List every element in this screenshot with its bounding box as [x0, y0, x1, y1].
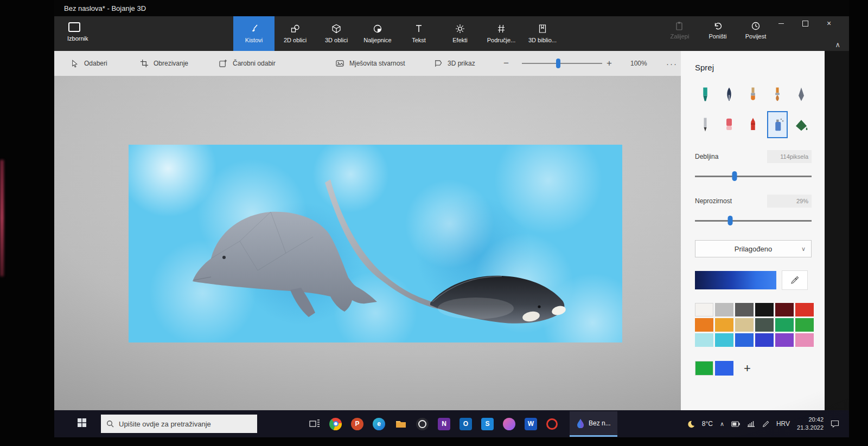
color-swatch[interactable] — [715, 303, 733, 316]
zoom-in-button[interactable]: + — [607, 51, 612, 76]
color-swatch[interactable] — [715, 333, 733, 347]
color-swatch[interactable] — [735, 303, 754, 316]
color-swatch[interactable] — [755, 303, 774, 316]
input-language[interactable]: HRV — [776, 420, 790, 428]
mixed-reality-label: Mješovita stvarnost — [349, 60, 405, 67]
notification-center-icon[interactable] — [831, 420, 839, 428]
battery-icon[interactable] — [731, 421, 740, 427]
paste-icon — [675, 21, 685, 31]
thickness-slider-track[interactable] — [695, 176, 812, 177]
color-swatch[interactable] — [795, 333, 814, 347]
opacity-value-field[interactable]: 29% — [767, 195, 812, 208]
onenote-icon[interactable]: N — [438, 418, 450, 430]
thickness-value-field[interactable]: 114piksela — [767, 150, 812, 163]
tab-3d-oblici[interactable]: 3D oblici — [316, 16, 357, 51]
weather-temp[interactable]: 8°C — [702, 420, 713, 428]
powerpoint-icon[interactable]: P — [351, 418, 363, 430]
thickness-slider-thumb[interactable] — [732, 171, 737, 181]
tray-expand-chevron[interactable]: ∧ — [720, 421, 724, 428]
undo-button[interactable]: Poništi — [699, 21, 737, 40]
color-swatch[interactable] — [795, 303, 814, 316]
color-swatch[interactable] — [775, 318, 794, 332]
3d-view-tool[interactable]: 3D prikaz — [434, 51, 475, 76]
tab-tekst[interactable]: Tekst — [398, 16, 439, 51]
eyedropper-button[interactable] — [782, 270, 808, 290]
pen-icon[interactable] — [762, 421, 769, 428]
minimize-button[interactable] — [773, 17, 789, 29]
media-player-icon[interactable] — [416, 418, 429, 430]
color-gradient-bar[interactable] — [695, 271, 776, 289]
brush-marker[interactable] — [695, 81, 716, 108]
ribbon-collapse-button[interactable]: ∧ — [835, 41, 840, 49]
mixed-reality-tool[interactable]: Mješovita stvarnost — [335, 51, 405, 76]
custom-color-swatch[interactable] — [695, 361, 713, 376]
color-swatch[interactable] — [755, 318, 774, 332]
opacity-slider-thumb[interactable] — [727, 216, 732, 225]
color-swatch[interactable] — [755, 333, 774, 347]
task-view-button[interactable] — [309, 419, 320, 428]
skype-icon[interactable]: S — [481, 418, 494, 430]
color-swatch[interactable] — [775, 333, 794, 347]
crop-label: Obrezivanje — [154, 60, 188, 67]
color-swatch[interactable] — [695, 318, 713, 332]
tab-kistovi[interactable]: Kistovi — [233, 16, 275, 51]
start-button[interactable] — [77, 418, 87, 430]
more-options-button[interactable]: ··· — [666, 51, 678, 76]
canvas-artwork[interactable] — [129, 145, 622, 342]
brush-pencil[interactable] — [695, 111, 716, 138]
tab-naljepnice[interactable]: Naljepnice — [357, 16, 398, 51]
brush-fill-bucket[interactable] — [791, 111, 812, 138]
maximize-button[interactable] — [797, 17, 813, 29]
maximize-icon — [802, 21, 808, 27]
sticker-icon — [373, 24, 382, 34]
history-button[interactable]: Povijest — [737, 21, 775, 40]
magic-select-tool[interactable]: Čarobni odabir — [219, 51, 276, 76]
zoom-percent-field[interactable]: 100% — [630, 51, 647, 76]
opacity-slider[interactable] — [695, 215, 812, 226]
network-icon[interactable] — [747, 421, 755, 427]
pixel-pen-icon — [793, 86, 809, 102]
brush-pixel-pen[interactable] — [791, 81, 812, 108]
opacity-slider-track[interactable] — [695, 220, 812, 222]
brush-watercolor[interactable] — [767, 81, 788, 108]
close-button[interactable]: × — [821, 17, 837, 29]
tab-2d-oblici[interactable]: 2D oblici — [275, 16, 316, 51]
thickness-slider[interactable] — [695, 171, 812, 182]
taskbar-search-input[interactable]: Upišite ovdje za pretraživanje — [101, 415, 257, 433]
zoom-out-button[interactable]: − — [503, 51, 509, 76]
color-swatch[interactable] — [735, 333, 754, 347]
outlook-icon[interactable]: O — [459, 418, 472, 430]
select-tool[interactable]: Odaberi — [71, 51, 107, 76]
color-swatch[interactable] — [795, 318, 814, 332]
opera-icon[interactable] — [546, 418, 558, 430]
color-swatch[interactable] — [775, 303, 794, 316]
zoom-slider[interactable] — [522, 63, 602, 64]
color-swatch[interactable] — [735, 318, 754, 332]
custom-color-swatch[interactable] — [715, 361, 733, 376]
brush-oil[interactable] — [743, 81, 763, 108]
color-swatch[interactable] — [695, 333, 713, 347]
tab-podrucje[interactable]: Područje... — [481, 16, 522, 51]
word-icon[interactable]: W — [525, 418, 537, 430]
photos-icon[interactable] — [503, 418, 515, 430]
menu-button[interactable]: Izbornik — [67, 21, 105, 42]
chrome-icon[interactable] — [329, 418, 342, 430]
brush-crayon[interactable] — [743, 111, 763, 138]
brush-spray-can[interactable] — [767, 111, 788, 138]
active-app-paint3d[interactable]: Bez n... — [570, 411, 617, 437]
tab-efekti[interactable]: Efekti — [439, 16, 481, 51]
canvas-area-icon — [496, 24, 506, 34]
night-light-moon-icon[interactable] — [687, 420, 695, 428]
color-mode-dropdown[interactable]: Prilagođeno ∨ — [695, 240, 812, 257]
brush-calligraphy-pen[interactable] — [719, 81, 739, 108]
add-color-button[interactable]: + — [744, 363, 751, 374]
brush-eraser[interactable] — [719, 111, 739, 138]
clock[interactable]: 20:42 21.3.2022 — [797, 416, 824, 432]
tab-3d-biblioteka[interactable]: 3D biblio... — [522, 16, 563, 51]
edge-icon[interactable]: e — [373, 418, 385, 430]
color-swatch[interactable] — [715, 318, 733, 332]
zoom-slider-thumb[interactable] — [556, 59, 560, 68]
crop-tool[interactable]: Obrezivanje — [140, 51, 188, 76]
color-swatch[interactable] — [695, 303, 713, 316]
file-explorer-icon[interactable] — [394, 418, 407, 430]
